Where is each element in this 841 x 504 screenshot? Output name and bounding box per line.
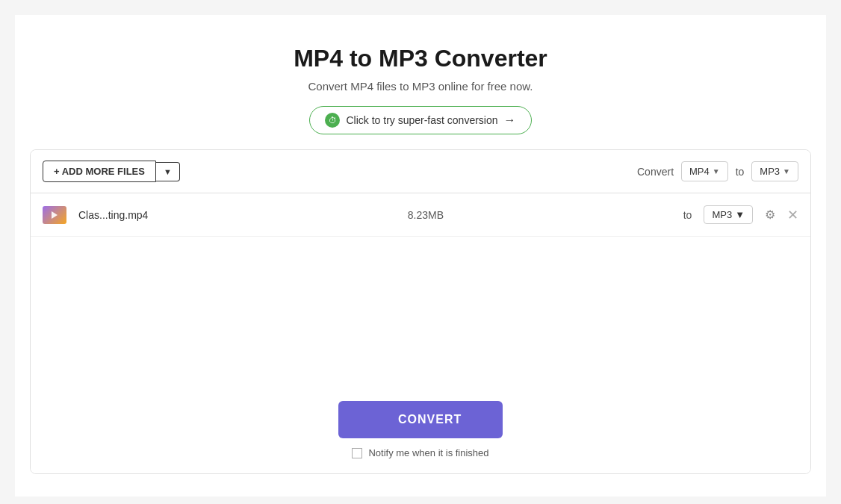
page-wrapper: MP4 to MP3 Converter Convert MP4 files t…	[15, 15, 826, 497]
to-format-label: MP3	[760, 166, 780, 177]
toolbar: + ADD MORE FILES ▼ Convert MP4 ▼ to MP3 …	[31, 150, 810, 193]
table-row: Clas...ting.mp4 8.23MB to MP3 ▼ ⚙ ✕	[31, 193, 810, 237]
empty-area	[31, 237, 810, 386]
toolbar-left: + ADD MORE FILES ▼	[43, 161, 180, 182]
convert-label: Convert	[637, 166, 674, 178]
from-format-caret-icon: ▼	[713, 167, 720, 175]
notify-label: Notify me when it is finished	[368, 447, 488, 458]
header: MP4 to MP3 Converter Convert MP4 files t…	[30, 45, 811, 134]
page-title: MP4 to MP3 Converter	[30, 45, 811, 72]
file-list: Clas...ting.mp4 8.23MB to MP3 ▼ ⚙ ✕	[31, 193, 810, 237]
to-separator: to	[736, 166, 745, 178]
file-name: Clas...ting.mp4	[78, 209, 168, 221]
dropdown-caret-icon: ▼	[164, 167, 172, 176]
add-files-dropdown-button[interactable]: ▼	[156, 162, 180, 181]
page-subtitle: Convert MP4 files to MP3 online for free…	[30, 80, 811, 93]
convert-section: CONVERT Notify me when it is finished	[31, 386, 810, 473]
convert-button[interactable]: CONVERT	[338, 401, 503, 438]
from-format-label: MP4	[689, 166, 710, 177]
file-thumbnail	[43, 206, 66, 224]
notify-checkbox[interactable]	[352, 448, 362, 458]
file-size: 8.23MB	[180, 209, 671, 221]
fast-conversion-label: Click to try super-fast conversion	[346, 114, 497, 126]
to-format-caret-icon: ▼	[783, 167, 790, 175]
from-format-select[interactable]: MP4 ▼	[681, 161, 728, 181]
settings-icon[interactable]: ⚙	[765, 208, 775, 222]
file-format-select[interactable]: MP3 ▼	[704, 205, 753, 224]
clock-icon: ⏱	[325, 113, 340, 128]
play-icon	[52, 211, 58, 219]
fast-conversion-button[interactable]: ⏱ Click to try super-fast conversion →	[309, 106, 531, 134]
toolbar-right: Convert MP4 ▼ to MP3 ▼	[637, 161, 798, 181]
file-to-label: to	[683, 209, 692, 221]
file-format-caret-icon: ▼	[735, 209, 745, 220]
close-icon[interactable]: ✕	[787, 207, 798, 223]
file-format-label: MP3	[712, 209, 732, 220]
converter-box: + ADD MORE FILES ▼ Convert MP4 ▼ to MP3 …	[30, 149, 811, 474]
arrow-icon: →	[504, 113, 516, 127]
to-format-select[interactable]: MP3 ▼	[751, 161, 798, 181]
notify-row: Notify me when it is finished	[352, 447, 488, 458]
add-files-button[interactable]: + ADD MORE FILES	[43, 161, 156, 182]
